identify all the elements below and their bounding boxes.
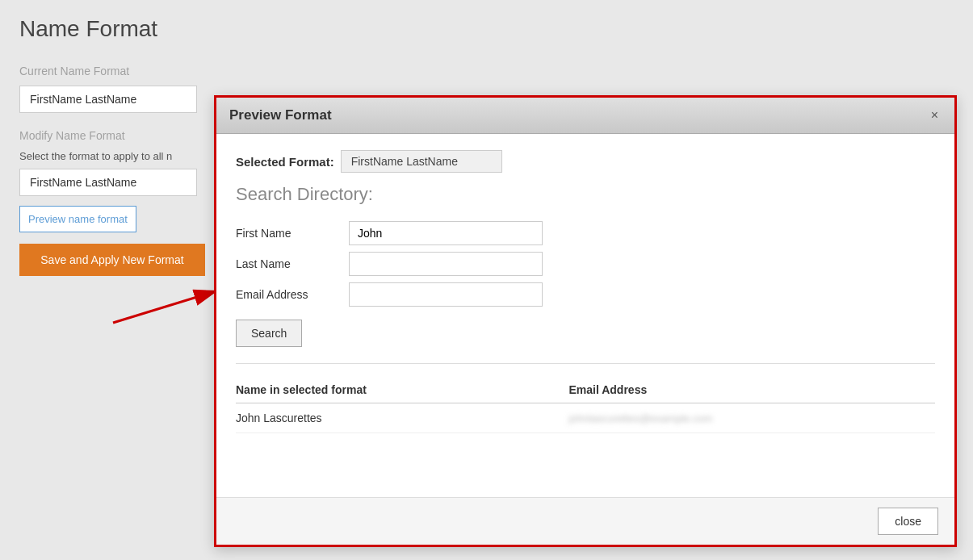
svg-line-1 — [113, 290, 218, 323]
last-name-input[interactable] — [349, 252, 543, 276]
current-name-format-label: Current Name Format — [19, 65, 229, 77]
format-select-box[interactable]: FirstName LastName — [19, 169, 197, 196]
modal-title: Preview Format — [229, 107, 332, 123]
modify-subtext: Select the format to apply to all n — [19, 150, 229, 162]
result-email-blurred: johnlascurettes@example.com — [568, 412, 712, 424]
modify-name-format-label: Modify Name Format — [19, 129, 229, 142]
modal-header: Preview Format × — [216, 98, 954, 134]
page-background: Name Format Current Name Format FirstNam… — [0, 0, 973, 560]
search-button[interactable]: Search — [236, 320, 302, 347]
page-title: Name Format — [19, 16, 954, 42]
preview-name-format-link[interactable]: Preview name format — [19, 206, 136, 232]
first-name-label: First Name — [236, 227, 349, 240]
col-email-header: Email Address — [568, 377, 935, 403]
first-name-row: First Name — [236, 221, 935, 245]
table-row: John Lascurettes johnlascurettes@example… — [236, 403, 935, 433]
current-format-value: FirstName LastName — [19, 86, 197, 113]
result-name: John Lascurettes — [236, 403, 568, 433]
search-directory-title: Search Directory: — [236, 184, 935, 205]
email-input[interactable] — [349, 282, 543, 307]
divider — [236, 363, 935, 364]
result-email: johnlascurettes@example.com — [568, 403, 935, 433]
selected-format-row: Selected Format: FirstName LastName — [236, 150, 935, 173]
search-button-wrapper: Search — [236, 313, 935, 347]
results-table: Name in selected format Email Address Jo… — [236, 377, 935, 433]
sidebar: Current Name Format FirstName LastName M… — [19, 65, 229, 276]
modal-body: Selected Format: FirstName LastName Sear… — [216, 134, 954, 497]
save-and-apply-button[interactable]: Save and Apply New Format — [19, 244, 205, 276]
search-form: First Name Last Name Email Address Searc… — [236, 221, 935, 347]
modal-footer-close-button[interactable]: close — [878, 508, 938, 535]
first-name-input[interactable] — [349, 221, 543, 245]
results-table-header-row: Name in selected format Email Address — [236, 377, 935, 403]
selected-format-value: FirstName LastName — [341, 150, 502, 173]
preview-format-modal: Preview Format × Selected Format: FirstN… — [214, 95, 957, 547]
email-row: Email Address — [236, 282, 935, 307]
col-name-header: Name in selected format — [236, 377, 568, 403]
last-name-label: Last Name — [236, 257, 349, 270]
selected-format-label: Selected Format: — [236, 155, 334, 169]
modal-close-x-button[interactable]: × — [928, 108, 942, 123]
modal-footer: close — [216, 497, 954, 545]
last-name-row: Last Name — [236, 252, 935, 276]
email-label: Email Address — [236, 288, 349, 301]
